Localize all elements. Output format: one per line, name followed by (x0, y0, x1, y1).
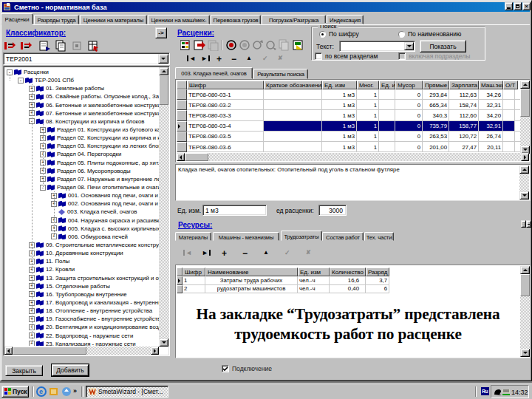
svg-text:e: e (39, 388, 43, 395)
